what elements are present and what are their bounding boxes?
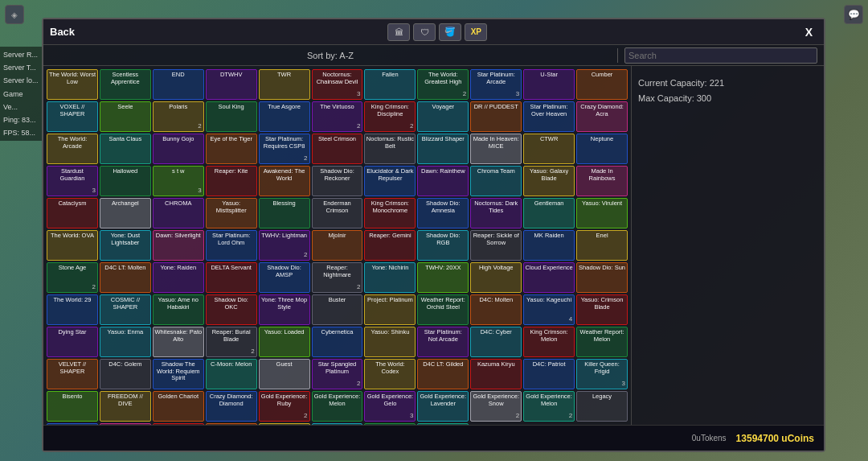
item-cell-88[interactable]: Dying Star <box>47 327 98 357</box>
item-cell-103[interactable]: Guest <box>259 359 310 389</box>
item-cell-34[interactable]: Hallowed <box>100 166 151 196</box>
item-cell-93[interactable]: Cybernetica <box>312 327 363 357</box>
item-cell-81[interactable]: Yone: Three Mop Style <box>259 294 310 325</box>
item-cell-119[interactable]: Gold Experience: Melon2 <box>523 391 575 422</box>
item-cell-35[interactable]: s t w3 <box>153 166 204 196</box>
item-cell-31[interactable]: CTWR <box>523 134 575 164</box>
item-cell-49[interactable]: Enderman Crimson <box>312 198 363 228</box>
item-cell-48[interactable]: Blessing <box>259 198 310 228</box>
item-cell-27[interactable]: Steel Crimson <box>312 134 363 164</box>
item-cell-62[interactable]: Shadow Dio: RGB <box>417 230 469 261</box>
item-cell-10[interactable]: Cumber <box>576 69 628 100</box>
item-cell-6[interactable]: Fallen <box>364 69 416 100</box>
item-cell-40[interactable]: Dawn: Rainthew <box>417 166 469 196</box>
item-cell-104[interactable]: Star Spangled Platinum2 <box>312 359 363 389</box>
item-cell-53[interactable]: Gentleman <box>523 198 575 228</box>
item-cell-7[interactable]: The World: Greatest High2 <box>417 69 469 100</box>
item-cell-52[interactable]: Noctornus: Dark Tides <box>470 198 522 228</box>
item-cell-115[interactable]: Gold Experience: Melon <box>312 391 363 422</box>
search-input[interactable] <box>624 47 817 64</box>
item-cell-114[interactable]: Gold Experience: Ruby2 <box>259 391 310 422</box>
item-cell-63[interactable]: Reaper: Sickle of Sorrow <box>470 230 522 261</box>
item-cell-4[interactable]: TWR <box>259 69 310 100</box>
item-cell-91[interactable]: Reaper: Burial Blade2 <box>206 327 257 357</box>
item-cell-0[interactable]: The World: Worst Low <box>47 69 98 100</box>
item-cell-5[interactable]: Noctornus: Chainsaw Devil3 <box>312 69 363 100</box>
item-cell-14[interactable]: Soul King <box>206 101 257 132</box>
item-cell-29[interactable]: Blizzard Shaper <box>417 134 469 164</box>
item-cell-13[interactable]: Polaris2 <box>153 101 204 132</box>
item-cell-26[interactable]: Star Platinum: Requires CSP82 <box>259 134 310 164</box>
item-cell-12[interactable]: Seele <box>100 101 151 132</box>
item-cell-16[interactable]: The Virtuoso2 <box>312 101 363 132</box>
item-cell-68[interactable]: Yone: Raiden <box>153 262 204 293</box>
item-cell-89[interactable]: Yasuo: Enma <box>100 327 151 357</box>
item-cell-23[interactable]: Santa Claus <box>100 134 151 164</box>
item-cell-33[interactable]: Stardust Guardian3 <box>47 166 98 196</box>
item-cell-85[interactable]: D4C: Molten <box>470 294 522 325</box>
shield-icon-btn[interactable]: 🛡 <box>413 23 436 41</box>
item-cell-47[interactable]: Yasuo: Misttsplitter <box>206 198 257 228</box>
item-cell-70[interactable]: Shadow Dio: AMSP <box>259 262 310 293</box>
item-cell-108[interactable]: D4C: Patriot <box>523 359 575 389</box>
item-cell-75[interactable]: Cloud Experience <box>523 262 575 293</box>
item-cell-28[interactable]: Noctornus: Rustic Belt <box>364 134 416 164</box>
item-cell-56[interactable]: Yone: Dust Lightsaber <box>100 230 151 261</box>
item-cell-110[interactable]: Bisento <box>47 391 98 422</box>
item-cell-105[interactable]: The World: Codex <box>364 359 416 389</box>
item-cell-83[interactable]: Project: Platinum <box>364 294 416 325</box>
item-cell-46[interactable]: CHROMA <box>153 198 204 228</box>
grid-panel[interactable]: The World: Worst LowScentless Apprentice… <box>43 66 631 425</box>
item-cell-116[interactable]: Gold Experience: Gelo3 <box>364 391 416 422</box>
item-cell-72[interactable]: Yone: Nichirin <box>364 262 416 293</box>
item-cell-55[interactable]: The World: OVA <box>47 230 98 261</box>
item-cell-58[interactable]: Star Platinum: Lord Ohm <box>206 230 257 261</box>
item-cell-82[interactable]: Buster <box>312 294 363 325</box>
xp-icon-btn[interactable]: XP <box>465 23 487 41</box>
item-cell-42[interactable]: Yasuo: Galaxy Blade <box>523 166 575 196</box>
item-cell-94[interactable]: Yasuo: Shinku <box>364 327 416 357</box>
item-cell-41[interactable]: Chroma Team <box>470 166 522 196</box>
item-cell-24[interactable]: Bunny Gojo <box>153 134 204 164</box>
item-cell-39[interactable]: Elucidator & Dark Repulser <box>364 166 416 196</box>
item-cell-101[interactable]: Shadow The World: Requiem Spirit <box>153 359 204 389</box>
item-cell-20[interactable]: Star Platinum: Over Heaven <box>523 101 575 132</box>
item-cell-120[interactable]: Legacy <box>576 391 628 422</box>
item-cell-61[interactable]: Reaper: Gemini <box>364 230 416 261</box>
item-cell-73[interactable]: TWHV: 20XX <box>417 262 469 293</box>
item-cell-113[interactable]: Crazy Diamond: Diamond <box>206 391 257 422</box>
chat-icon[interactable]: 💬 <box>844 5 863 24</box>
item-cell-43[interactable]: Made In Rainbows <box>576 166 628 196</box>
item-cell-80[interactable]: Shadow Dio: OKC <box>206 294 257 325</box>
item-cell-22[interactable]: The World: Arcade <box>47 134 98 164</box>
item-cell-45[interactable]: Archangel <box>100 198 151 228</box>
item-cell-15[interactable]: True Asgore <box>259 101 310 132</box>
item-cell-8[interactable]: Star Platinum: Arcade3 <box>470 69 522 100</box>
item-cell-98[interactable]: Weather Report: Melon <box>576 327 628 357</box>
item-cell-38[interactable]: Shadow Dio: Reckoner <box>312 166 363 196</box>
item-cell-78[interactable]: COSMIC // SHAPER <box>100 294 151 325</box>
item-cell-90[interactable]: Whitesnake: Pato Alto <box>153 327 204 357</box>
item-cell-96[interactable]: D4C: Cyber <box>470 327 522 357</box>
item-cell-76[interactable]: Shadow Dio: Sun <box>576 262 628 293</box>
item-cell-106[interactable]: D4C LT: Gilded <box>417 359 469 389</box>
item-cell-99[interactable]: VELVET // SHAPER <box>47 359 98 389</box>
item-cell-30[interactable]: Made In Heaven: MICE <box>470 134 522 164</box>
item-cell-117[interactable]: Gold Experience: Lavender <box>417 391 469 422</box>
item-cell-11[interactable]: VOXEL // SHAPER <box>47 101 98 132</box>
item-cell-84[interactable]: Weather Report: Orchid Steel <box>417 294 469 325</box>
item-cell-9[interactable]: U-Star <box>523 69 575 100</box>
item-cell-50[interactable]: King Crimson: Monochrome <box>364 198 416 228</box>
item-cell-54[interactable]: Yasuo: Virulent <box>576 198 628 228</box>
item-cell-57[interactable]: Dawn: Silverlight <box>153 230 204 261</box>
item-cell-69[interactable]: DELTA Servant <box>206 262 257 293</box>
item-cell-64[interactable]: MK Raiden <box>523 230 575 261</box>
item-cell-87[interactable]: Yasuo: Crimson Blade <box>576 294 628 325</box>
item-cell-74[interactable]: High Voltage <box>470 262 522 293</box>
back-button[interactable]: Back <box>50 26 75 38</box>
item-cell-109[interactable]: Killer Queen: Frigid3 <box>576 359 628 389</box>
item-cell-3[interactable]: DTWHV <box>206 69 257 100</box>
item-cell-107[interactable]: Kazuma Kiryu <box>470 359 522 389</box>
item-cell-100[interactable]: D4C: Golem <box>100 359 151 389</box>
item-cell-79[interactable]: Yasuo: Ame no Habakiri <box>153 294 204 325</box>
